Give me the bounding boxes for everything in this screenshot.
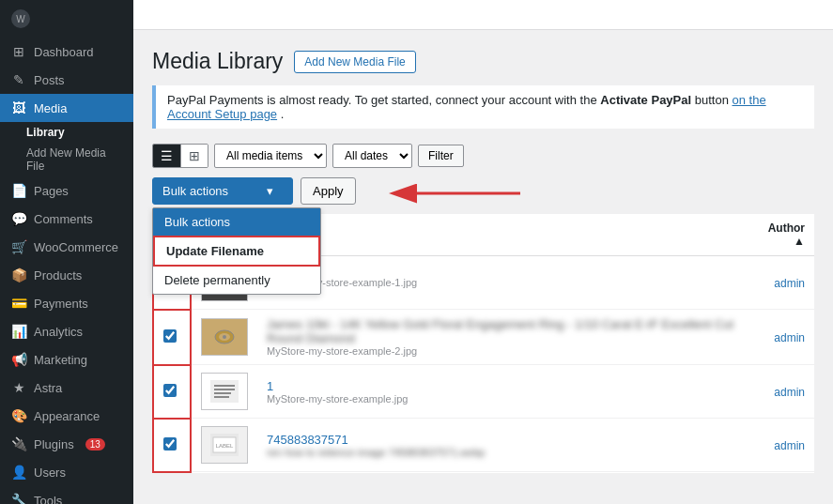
sidebar-item-products[interactable]: 📦 Products xyxy=(0,261,133,289)
main-content: Media Library Add New Media File PayPal … xyxy=(133,0,833,504)
sidebar-item-pages[interactable]: 📄 Pages xyxy=(0,176,133,205)
plugins-icon: 🔌 xyxy=(11,436,26,451)
plugins-badge: 13 xyxy=(85,438,105,451)
tools-icon: 🔧 xyxy=(11,493,26,504)
paypal-notice: PayPal Payments is almost ready. To get … xyxy=(152,85,814,129)
notice-text-after: . xyxy=(281,107,285,121)
users-icon: 👤 xyxy=(11,465,26,480)
admin-topbar xyxy=(133,0,833,30)
file-name-1: MyStore-my-store-example-1.jpg xyxy=(267,277,737,288)
sidebar-item-comments[interactable]: 💬 Comments xyxy=(0,205,133,233)
media-type-filter[interactable]: All media items xyxy=(214,144,327,168)
products-icon: 📦 xyxy=(11,267,26,283)
bulk-actions-dropdown: Bulk actions Update Filename Delete perm… xyxy=(152,207,321,295)
table-row: James 10kt - 14K Yellow Gold Floral Enga… xyxy=(153,310,814,365)
sidebar-item-payments[interactable]: 💳 Payments xyxy=(0,289,133,317)
notice-text-middle: button xyxy=(695,93,733,107)
dropdown-arrow-icon: ▾ xyxy=(267,184,273,198)
file-info-3: 1 MyStore-my-store-example.jpg xyxy=(257,365,747,419)
sidebar-item-dashboard[interactable]: ⊞ Dashboard xyxy=(0,38,133,66)
thumb-4: LABEL xyxy=(191,419,257,472)
apply-button[interactable]: Apply xyxy=(301,177,356,205)
wp-logo-icon: W xyxy=(11,9,30,28)
sidebar-item-media[interactable]: 🖼 Media xyxy=(0,94,133,122)
sidebar-item-astra[interactable]: ★ Astra xyxy=(0,374,133,402)
file-name-4: ren how to retience image 745883837571.w… xyxy=(267,447,737,458)
svg-rect-8 xyxy=(210,380,239,403)
row-checkbox-2[interactable] xyxy=(163,329,177,343)
sidebar-item-analytics[interactable]: 📊 Analytics xyxy=(0,317,133,345)
page-title: Media Library xyxy=(152,49,283,74)
thumb-3 xyxy=(191,365,257,419)
row-checkbox-4[interactable] xyxy=(163,437,177,451)
sidebar-item-posts[interactable]: ✎ Posts xyxy=(0,66,133,94)
author-3[interactable]: admin xyxy=(774,386,805,399)
file-info-4: 745883837571 ren how to retience image 7… xyxy=(257,419,747,472)
notice-bold: Activate PayPal xyxy=(600,93,691,107)
dashboard-icon: ⊞ xyxy=(11,44,26,59)
sidebar-logo: W xyxy=(0,0,133,38)
svg-text:LABEL: LABEL xyxy=(216,443,234,449)
pages-icon: 📄 xyxy=(11,183,26,198)
date-filter[interactable]: All dates xyxy=(332,144,412,168)
file-title-3[interactable]: 1 xyxy=(267,379,273,393)
row-checkbox-3[interactable] xyxy=(163,384,177,397)
page-header: Media Library Add New Media File xyxy=(152,49,814,74)
media-icon: 🖼 xyxy=(11,100,26,115)
file-title-4[interactable]: 745883837571 xyxy=(267,433,348,447)
bulk-actions-bar: Bulk actions ▾ Bulk actions Update Filen… xyxy=(152,177,814,205)
appearance-icon: 🎨 xyxy=(11,408,26,423)
file-name-2: MyStore-my-store-example-2.jpg xyxy=(267,345,737,357)
posts-icon: ✎ xyxy=(11,72,26,87)
file-info-2: James 10kt - 14K Yellow Gold Floral Enga… xyxy=(257,310,747,365)
woocommerce-icon: 🛒 xyxy=(11,239,26,254)
comments-icon: 💬 xyxy=(11,211,26,226)
sidebar-item-woocommerce[interactable]: 🛒 WooCommerce xyxy=(0,233,133,261)
bulk-actions-option-bulk[interactable]: Bulk actions xyxy=(153,208,320,236)
filter-button[interactable]: Filter xyxy=(418,145,464,167)
marketing-icon: 📢 xyxy=(11,352,26,367)
bulk-actions-trigger[interactable]: Bulk actions ▾ xyxy=(152,177,293,205)
table-row: LABEL 745883837571 ren how to retience i… xyxy=(153,419,814,472)
sidebar-item-appearance[interactable]: 🎨 Appearance xyxy=(0,402,133,430)
page-content: Media Library Add New Media File PayPal … xyxy=(133,30,833,504)
author-2[interactable]: admin xyxy=(774,331,805,344)
table-row: 1 MyStore-my-store-example.jpg admin xyxy=(153,365,814,419)
file-info-1: MyStore-my-store-example-1.jpg xyxy=(257,256,747,310)
view-toggle: ☰ ⊞ xyxy=(152,144,208,168)
grid-view-button[interactable]: ⊞ xyxy=(181,145,208,167)
sidebar-subitem-add-new[interactable]: Add New Media File xyxy=(0,143,133,176)
bulk-actions-option-update-filename[interactable]: Update Filename xyxy=(153,236,320,267)
bulk-actions-option-delete[interactable]: Delete permanently xyxy=(153,267,320,294)
list-view-button[interactable]: ☰ xyxy=(153,145,181,167)
sidebar-item-marketing[interactable]: 📢 Marketing xyxy=(0,345,133,374)
file-title-2[interactable]: James 10kt - 14K Yellow Gold Floral Enga… xyxy=(267,317,733,345)
add-new-media-button[interactable]: Add New Media File xyxy=(294,51,415,73)
author-4[interactable]: admin xyxy=(774,439,805,452)
astra-icon: ★ xyxy=(11,380,26,395)
file-name-3: MyStore-my-store-example.jpg xyxy=(267,393,737,405)
col-file xyxy=(257,214,747,256)
bulk-select-wrapper: Bulk actions ▾ Bulk actions Update Filen… xyxy=(152,177,293,205)
notice-text-before: PayPal Payments is almost ready. To get … xyxy=(167,93,600,107)
sidebar-item-plugins[interactable]: 🔌 Plugins 13 xyxy=(0,430,133,458)
sidebar-item-users[interactable]: 👤 Users xyxy=(0,458,133,486)
sidebar: W ⊞ Dashboard ✎ Posts 🖼 Media Library Ad… xyxy=(0,0,133,504)
payments-icon: 💳 xyxy=(11,296,26,311)
svg-point-7 xyxy=(223,335,226,339)
sidebar-subitem-library[interactable]: Library xyxy=(0,122,133,143)
analytics-icon: 📊 xyxy=(11,324,26,339)
filter-bar: ☰ ⊞ All media items All dates Filter xyxy=(152,144,814,168)
col-author[interactable]: Author ▲ xyxy=(747,214,814,256)
thumb-2 xyxy=(191,310,257,365)
author-1[interactable]: admin xyxy=(774,277,805,290)
sidebar-item-tools[interactable]: 🔧 Tools xyxy=(0,486,133,504)
